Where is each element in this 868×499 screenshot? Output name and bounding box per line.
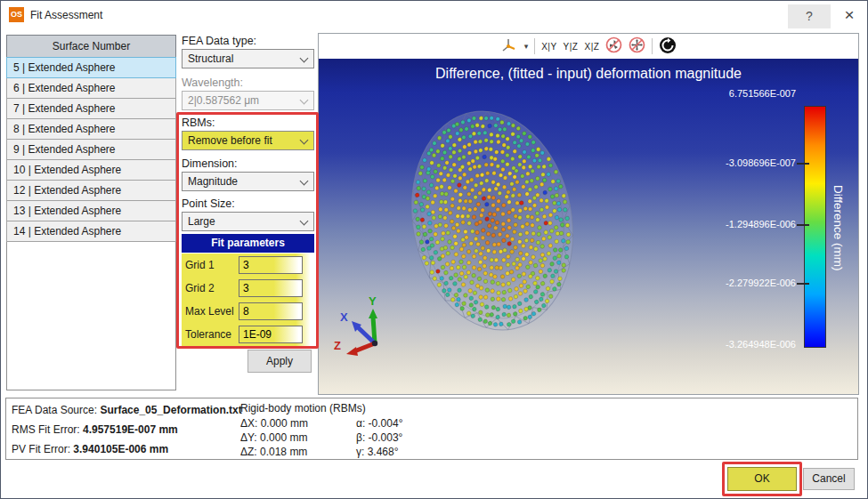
viewer-panel: ▾ X|Y Y|Z X|Z bbox=[318, 33, 859, 395]
surface-item-12[interactable]: 12 | Extended Asphere bbox=[6, 180, 176, 201]
surface-item-5[interactable]: 5 | Extended Asphere bbox=[6, 57, 176, 78]
fit-parameters-header: Fit parameters bbox=[182, 234, 314, 253]
fea-source-line: FEA Data Source: Surface_05_Deformation.… bbox=[12, 404, 242, 416]
param-row-maxlevel: Max Level bbox=[182, 300, 314, 323]
chevron-down-icon bbox=[300, 177, 309, 186]
rms-error-value: 4.957519E-007 mm bbox=[83, 423, 178, 436]
colorbar-tick-1: -3.098696E-007 bbox=[684, 157, 796, 168]
gizmo-dropdown-icon[interactable]: ▾ bbox=[524, 42, 529, 51]
grid1-label: Grid 1 bbox=[185, 254, 215, 277]
grid2-input[interactable] bbox=[239, 279, 303, 297]
colorbar-tick-4: -3.264948E-006 bbox=[684, 339, 796, 350]
wavelength-label: Wavelength: bbox=[182, 76, 243, 89]
fea-data-type-label: FEA Data type: bbox=[182, 35, 256, 47]
rms-error-label: RMS Fit Error: bbox=[12, 423, 80, 436]
rbm-dz: ΔZ: 0.018 mm bbox=[240, 446, 307, 458]
chevron-down-icon bbox=[300, 217, 309, 226]
apply-button[interactable]: Apply bbox=[247, 350, 312, 373]
pv-error-line: PV Fit Error: 3.940105E-006 mm bbox=[12, 443, 168, 455]
pv-error-value: 3.940105E-006 mm bbox=[73, 443, 168, 455]
param-row-tolerance: Tolerance bbox=[182, 323, 314, 346]
svg-text:Y: Y bbox=[369, 294, 377, 308]
cancel-button[interactable]: Cancel bbox=[803, 468, 855, 490]
colorbar-tick-mark bbox=[797, 163, 809, 165]
rbm-dy: ΔY: 0.000 mm bbox=[240, 431, 307, 444]
colorbar-axis-label: Difference (mm) bbox=[831, 143, 845, 312]
title-bar: OS Fit Assessment ? × bbox=[1, 1, 867, 29]
param-row-grid2: Grid 2 bbox=[182, 277, 314, 300]
point-size-dropdown[interactable]: Large bbox=[182, 212, 314, 231]
plot-title: Difference, (fitted - input) deformation… bbox=[319, 66, 858, 82]
app-logo-icon: OS bbox=[9, 7, 24, 22]
view-xy-button[interactable]: X|Y bbox=[541, 42, 556, 52]
status-panel: FEA Data Source: Surface_05_Deformation.… bbox=[5, 398, 858, 460]
colorbar-tick-2: -1.294896E-006 bbox=[684, 219, 796, 229]
param-row-grid1: Grid 1 bbox=[182, 254, 314, 277]
surface-list-header: Surface Number bbox=[6, 35, 176, 58]
disable-rotate-icon[interactable] bbox=[605, 36, 622, 56]
fea-data-type-value: Structural bbox=[188, 52, 233, 65]
orientation-gizmo-icon[interactable] bbox=[500, 37, 518, 56]
ok-button[interactable]: OK bbox=[727, 467, 797, 491]
surface-item-7[interactable]: 7 | Extended Asphere bbox=[6, 98, 176, 119]
viewport-3d[interactable]: XYZ Difference, (fitted - input) deforma… bbox=[319, 59, 858, 394]
rbm-gamma: γ: 3.468° bbox=[356, 446, 399, 458]
colorbar-tick-mark bbox=[797, 283, 809, 285]
max-level-label: Max Level bbox=[185, 300, 234, 323]
rbms-value: Remove before fit bbox=[188, 134, 272, 147]
rbm-beta: β: -0.003° bbox=[356, 431, 402, 444]
fea-data-type-dropdown[interactable]: Structural bbox=[182, 49, 314, 68]
view-xz-button[interactable]: X|Z bbox=[584, 42, 599, 52]
chevron-down-icon bbox=[300, 136, 309, 145]
colorbar-tick-mark bbox=[797, 224, 809, 226]
pv-error-label: PV Fit Error: bbox=[12, 443, 70, 455]
surface-list: Surface Number 5 | Extended Asphere 6 | … bbox=[6, 35, 176, 390]
rbm-dx: ΔX: 0.000 mm bbox=[240, 417, 308, 430]
tolerance-label: Tolerance bbox=[185, 323, 231, 346]
toolbar-separator bbox=[534, 38, 535, 54]
wavelength-dropdown: 2|0.587562 μm bbox=[182, 91, 314, 110]
chevron-down-icon bbox=[300, 96, 309, 105]
toolbar-separator bbox=[652, 38, 653, 54]
dimension-value: Magnitude bbox=[188, 175, 238, 188]
rbms-dropdown[interactable]: Remove before fit bbox=[182, 131, 314, 150]
close-icon[interactable]: × bbox=[836, 4, 863, 28]
chevron-down-icon bbox=[300, 54, 309, 63]
window-title: Fit Assessment bbox=[30, 9, 102, 21]
grid1-input[interactable] bbox=[239, 256, 303, 274]
grid2-label: Grid 2 bbox=[185, 277, 215, 300]
fit-assessment-dialog: OS Fit Assessment ? × Surface Number 5 |… bbox=[0, 0, 868, 499]
surface-item-9[interactable]: 9 | Extended Asphere bbox=[6, 139, 176, 160]
disable-pan-icon[interactable] bbox=[629, 36, 645, 56]
help-button[interactable]: ? bbox=[788, 4, 831, 28]
rms-error-line: RMS Fit Error: 4.957519E-007 mm bbox=[12, 423, 178, 436]
wavelength-value: 2|0.587562 μm bbox=[188, 94, 259, 107]
svg-text:Z: Z bbox=[334, 339, 341, 352]
point-size-label: Point Size: bbox=[182, 197, 235, 210]
surface-item-10[interactable]: 10 | Extended Asphere bbox=[6, 159, 176, 181]
colorbar-tick-0: 6.751566E-007 bbox=[684, 88, 796, 99]
rbm-header: Rigid-body motion (RBMs) bbox=[240, 402, 366, 414]
rbm-alpha: α: -0.004° bbox=[356, 417, 402, 430]
dimension-dropdown[interactable]: Magnitude bbox=[182, 172, 314, 191]
colorbar-tick-3: -2.279922E-006 bbox=[684, 278, 796, 288]
fea-source-value: Surface_05_Deformation.txt bbox=[100, 404, 241, 416]
surface-item-13[interactable]: 13 | Extended Asphere bbox=[6, 200, 176, 221]
tolerance-input[interactable] bbox=[239, 326, 303, 343]
surface-item-6[interactable]: 6 | Extended Asphere bbox=[6, 77, 176, 99]
surface-item-14[interactable]: 14 | Extended Asphere bbox=[6, 221, 176, 242]
reset-view-icon[interactable] bbox=[659, 36, 677, 57]
rbms-label: RBMs: bbox=[182, 117, 215, 129]
viewer-toolbar: ▾ X|Y Y|Z X|Z bbox=[319, 34, 858, 59]
point-size-value: Large bbox=[188, 215, 215, 228]
fea-source-label: FEA Data Source: bbox=[12, 404, 97, 416]
colorbar bbox=[804, 106, 826, 348]
svg-text:X: X bbox=[340, 310, 348, 324]
dimension-label: Dimension: bbox=[182, 157, 238, 170]
view-yz-button[interactable]: Y|Z bbox=[564, 42, 579, 52]
max-level-input[interactable] bbox=[239, 302, 303, 320]
surface-item-8[interactable]: 8 | Extended Asphere bbox=[6, 118, 176, 140]
